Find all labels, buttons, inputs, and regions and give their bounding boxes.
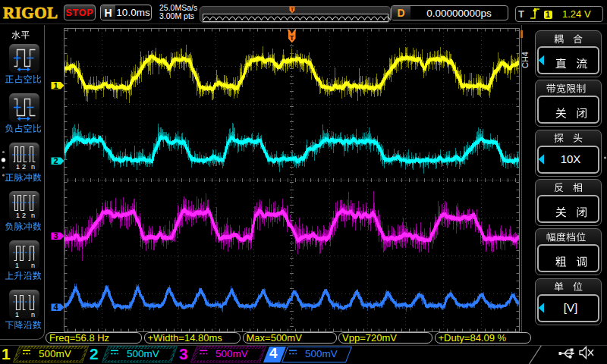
svg-text:1: 1 bbox=[53, 81, 58, 90]
svg-text:4: 4 bbox=[53, 303, 58, 312]
svg-text:n: n bbox=[31, 262, 35, 269]
svg-text:CH4: CH4 bbox=[521, 52, 530, 68]
svg-text:2: 2 bbox=[22, 212, 26, 219]
svg-text:1: 1 bbox=[16, 212, 20, 219]
svg-text:10X: 10X bbox=[561, 152, 581, 165]
svg-text:1: 1 bbox=[16, 163, 20, 171]
svg-text:n: n bbox=[31, 212, 35, 219]
svg-text:1: 1 bbox=[15, 311, 19, 318]
svg-text:2: 2 bbox=[22, 163, 26, 171]
svg-text:T: T bbox=[290, 33, 294, 42]
svg-text:1: 1 bbox=[15, 262, 19, 269]
svg-text:3: 3 bbox=[53, 231, 58, 240]
svg-text:n: n bbox=[31, 163, 35, 171]
svg-text:n: n bbox=[31, 311, 35, 318]
svg-text:T: T bbox=[291, 6, 294, 13]
svg-text:2: 2 bbox=[53, 156, 58, 165]
svg-text:[V]: [V] bbox=[564, 301, 577, 314]
